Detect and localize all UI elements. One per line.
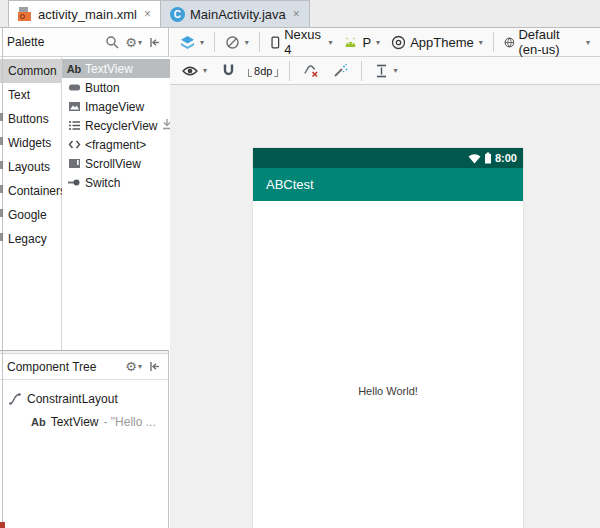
left-strip-text-fragment (0, 209, 3, 217)
gear-icon: ⚙ (125, 36, 137, 49)
left-strip-text-fragment (0, 161, 3, 169)
chevron-down-icon: ▾ (200, 38, 204, 47)
preview-app-bar: ABCtest (253, 168, 523, 201)
distribute-vertical-icon (375, 64, 388, 78)
chevron-down-icon: ▾ (586, 38, 590, 47)
palette-item-button[interactable]: Button (62, 78, 177, 97)
scrollview-icon (67, 157, 81, 171)
api-level-selector[interactable]: P ▾ (339, 33, 384, 52)
android-studio-layout-editor: activity_main.xml × C MainActivity.java … (0, 0, 600, 528)
palette-header: Palette ⚙ ▾ (0, 28, 168, 57)
constraintlayout-icon (8, 392, 22, 406)
palette-item-recyclerview[interactable]: RecyclerView (62, 116, 177, 135)
textview-icon: Ab (67, 62, 81, 76)
design-surface-selector[interactable]: ▾ (176, 33, 208, 52)
tree-settings-button[interactable]: ⚙ ▾ (125, 360, 142, 373)
clear-constraints-icon (303, 63, 319, 78)
hello-world-textview[interactable]: Hello World! (253, 385, 523, 397)
search-icon[interactable] (105, 35, 119, 49)
pack-align-button[interactable]: ▾ (371, 62, 401, 80)
component-tree: ConstraintLayout Ab TextView - "Hello ..… (0, 380, 168, 433)
tab-mainactivity-java[interactable]: C MainActivity.java × (160, 0, 310, 27)
device-selector[interactable]: Nexus 4 ▾ (266, 25, 337, 59)
orientation-icon (225, 35, 240, 50)
textview-icon: Ab (31, 416, 46, 428)
left-strip-text-fragment (0, 137, 3, 145)
wifi-icon (468, 153, 481, 164)
layers-icon (180, 35, 195, 50)
locale-selector[interactable]: Default (en-us) ▾ (500, 25, 595, 59)
component-tree-title: Component Tree (7, 360, 96, 374)
palette-item-imageview[interactable]: ImageView (62, 97, 177, 116)
hide-panel-icon[interactable] (148, 360, 161, 373)
palette-category-google[interactable]: Google (0, 203, 61, 227)
clear-constraints-button[interactable] (299, 61, 323, 80)
magnet-icon (221, 63, 236, 78)
palette-item-textview[interactable]: Ab TextView (62, 59, 177, 78)
chevron-down-icon: ▾ (245, 38, 249, 47)
design-editor-area: ▾ ▾ Nexus 4 ▾ P ▾ AppTheme ▾ (170, 28, 600, 528)
editor-tab-bar: activity_main.xml × C MainActivity.java … (0, 0, 600, 28)
chevron-down-icon: ▾ (203, 66, 207, 75)
preview-app-title: ABCtest (266, 177, 314, 192)
preview-clock: 8:00 (495, 152, 517, 164)
palette-category-buttons[interactable]: Buttons (0, 107, 61, 131)
battery-icon (484, 152, 492, 164)
design-canvas[interactable]: 8:00 ABCtest Hello World! (170, 85, 600, 528)
android-icon (343, 37, 358, 48)
globe-icon (504, 35, 515, 50)
tab-label: MainActivity.java (190, 7, 286, 22)
device-preview[interactable]: 8:00 ABCtest Hello World! (253, 148, 523, 528)
theme-icon (391, 35, 406, 50)
recyclerview-icon (67, 119, 81, 133)
gear-icon: ⚙ (125, 360, 137, 373)
palette-category-text[interactable]: Text (0, 83, 61, 107)
tab-label: activity_main.xml (38, 7, 137, 22)
palette-settings-button[interactable]: ⚙ ▾ (125, 36, 142, 49)
palette-title: Palette (7, 35, 44, 49)
chevron-down-icon: ▾ (138, 38, 142, 47)
autoconnect-button[interactable] (217, 61, 240, 80)
left-strip-text-fragment (0, 113, 3, 121)
theme-selector[interactable]: AppTheme ▾ (387, 33, 487, 52)
textview-value: - "Hello ... (103, 415, 155, 429)
preview-status-bar: 8:00 (253, 148, 523, 168)
palette-category-common[interactable]: Common (0, 59, 61, 83)
left-strip-text-fragment (0, 185, 3, 193)
palette-category-layouts[interactable]: Layouts (0, 155, 61, 179)
left-strip-text-fragment (0, 233, 3, 241)
layout-editor-toolbar: ▾ ▾ Nexus 4 ▾ P ▾ AppTheme ▾ (170, 28, 600, 57)
palette-category-legacy[interactable]: Legacy (0, 227, 61, 251)
tree-item-constraintlayout[interactable]: ConstraintLayout (0, 387, 168, 410)
tab-activity-main-xml[interactable]: activity_main.xml × (8, 0, 161, 27)
infer-constraints-button[interactable] (329, 61, 352, 80)
default-margin-selector[interactable]: 8dp (246, 65, 280, 77)
component-tree-header: Component Tree ⚙ ▾ (0, 354, 168, 380)
preview-content[interactable]: Hello World! (253, 201, 523, 528)
palette-category-widgets[interactable]: Widgets (0, 131, 61, 155)
palette-item-scrollview[interactable]: ScrollView (62, 154, 177, 173)
phone-icon (270, 35, 281, 50)
hide-panel-icon[interactable] (148, 36, 161, 49)
close-icon[interactable]: × (144, 7, 151, 21)
chevron-down-icon: ▾ (138, 362, 142, 371)
java-class-icon: C (170, 7, 185, 22)
chevron-down-icon: ▾ (479, 38, 483, 47)
chevron-down-icon: ▾ (328, 38, 332, 47)
fragment-icon (67, 138, 81, 152)
tree-item-textview[interactable]: Ab TextView - "Hello ... (0, 410, 168, 433)
xml-layout-file-icon (18, 7, 33, 22)
palette-item-switch[interactable]: Switch (62, 173, 177, 192)
chevron-down-icon: ▾ (393, 66, 397, 75)
palette-category-containers[interactable]: Containers (0, 179, 61, 203)
left-edge-divider (2, 28, 3, 522)
view-options-button[interactable]: ▾ (178, 63, 211, 79)
close-icon[interactable]: × (293, 7, 300, 21)
palette-component-list: Ab TextView Button ImageView (62, 57, 177, 350)
left-edge-marker (0, 522, 5, 528)
palette-item-fragment[interactable]: <fragment> (62, 135, 177, 154)
orientation-selector[interactable]: ▾ (221, 33, 253, 52)
switch-icon (67, 176, 81, 190)
magic-wand-icon (333, 63, 348, 78)
palette-category-list: Common Text Buttons Widgets Layouts Cont… (0, 57, 62, 350)
